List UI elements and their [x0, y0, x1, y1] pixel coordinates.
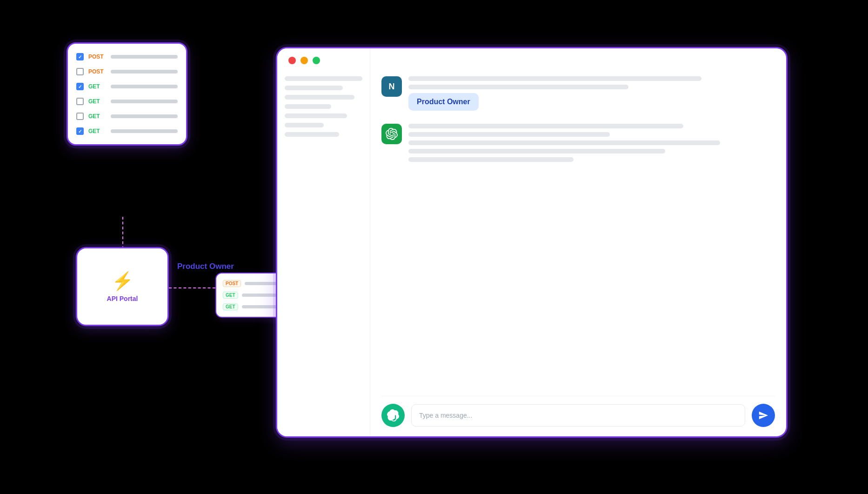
- checkbox-3[interactable]: [76, 83, 84, 90]
- scene: POST POST GET GET GET GET: [62, 38, 806, 456]
- api-row: GET: [76, 127, 178, 135]
- endpoint-bar-2: [111, 70, 178, 73]
- ai-text-bar-2: [408, 132, 610, 137]
- bolt-icon: ⚡: [112, 271, 134, 291]
- mini-api-row-1: POST: [223, 280, 282, 287]
- mini-method-post: POST: [223, 280, 241, 287]
- minimize-dot[interactable]: [300, 57, 308, 64]
- ai-text-bar-1: [408, 124, 683, 128]
- user-text-bar-1: [408, 76, 701, 81]
- ai-message-content: [408, 124, 775, 162]
- chat-window: N Product Owner: [276, 47, 788, 438]
- api-list-card: POST POST GET GET GET GET: [67, 42, 187, 146]
- endpoint-bar-6: [111, 129, 178, 133]
- chat-sidebar: [277, 48, 370, 436]
- checkbox-5[interactable]: [76, 113, 84, 120]
- checkbox-6[interactable]: [76, 127, 84, 135]
- mini-method-get-1: GET: [223, 292, 238, 299]
- api-portal-card: ⚡ API Portal: [76, 247, 169, 326]
- user-avatar: N: [381, 76, 402, 97]
- send-button[interactable]: [752, 404, 775, 427]
- maximize-dot[interactable]: [313, 57, 320, 64]
- title-bar: [288, 57, 320, 64]
- checkbox-1[interactable]: [76, 53, 84, 60]
- portal-label: API Portal: [107, 295, 138, 302]
- api-row: POST: [76, 53, 178, 60]
- input-placeholder: Type a message...: [419, 412, 472, 419]
- sidebar-bar-1: [285, 76, 362, 81]
- send-icon: [758, 410, 768, 421]
- sidebar-bar-5: [285, 113, 347, 118]
- user-message-block: N Product Owner: [381, 76, 775, 111]
- user-message-content: Product Owner: [408, 76, 775, 111]
- method-get-3: GET: [88, 113, 106, 120]
- method-get-4: GET: [88, 128, 106, 134]
- method-get-1: GET: [88, 83, 106, 90]
- message-input[interactable]: Type a message...: [411, 404, 745, 427]
- sidebar-bar-3: [285, 95, 354, 100]
- sidebar-bar-7: [285, 132, 339, 137]
- endpoint-bar-3: [111, 85, 178, 88]
- chatgpt-button[interactable]: [381, 404, 405, 427]
- chat-main: N Product Owner: [370, 48, 786, 436]
- sidebar-bar-4: [285, 104, 331, 109]
- user-text-bar-2: [408, 85, 628, 89]
- checkbox-4[interactable]: [76, 98, 84, 105]
- sidebar-bar-6: [285, 123, 324, 127]
- product-owner-label-left: Product Owner: [177, 262, 234, 271]
- api-row: GET: [76, 113, 178, 120]
- ai-message-block: [381, 124, 775, 162]
- api-row: GET: [76, 98, 178, 105]
- ai-avatar: [381, 124, 402, 144]
- api-row: POST: [76, 68, 178, 75]
- checkbox-2[interactable]: [76, 68, 84, 75]
- ai-text-bar-4: [408, 149, 665, 154]
- openai-svg: [386, 128, 398, 140]
- api-row: GET: [76, 83, 178, 90]
- mini-api-row-3: GET: [223, 303, 282, 310]
- product-owner-bubble: Product Owner: [408, 93, 479, 111]
- sidebar-bar-2: [285, 86, 343, 90]
- endpoint-bar-4: [111, 100, 178, 103]
- chat-input-area: Type a message...: [381, 396, 775, 427]
- connector-horizontal: [169, 287, 215, 288]
- method-post-1: POST: [88, 53, 106, 60]
- ai-text-bar-5: [408, 157, 574, 162]
- mini-api-row-2: GET: [223, 292, 282, 299]
- mini-method-get-2: GET: [223, 303, 238, 310]
- method-post-2: POST: [88, 68, 106, 75]
- method-get-2: GET: [88, 98, 106, 105]
- ai-text-bar-3: [408, 140, 720, 145]
- chat-messages: N Product Owner: [381, 76, 775, 387]
- endpoint-bar-1: [111, 55, 178, 59]
- endpoint-bar-5: [111, 114, 178, 118]
- chatgpt-icon: [387, 409, 399, 421]
- close-dot[interactable]: [288, 57, 296, 64]
